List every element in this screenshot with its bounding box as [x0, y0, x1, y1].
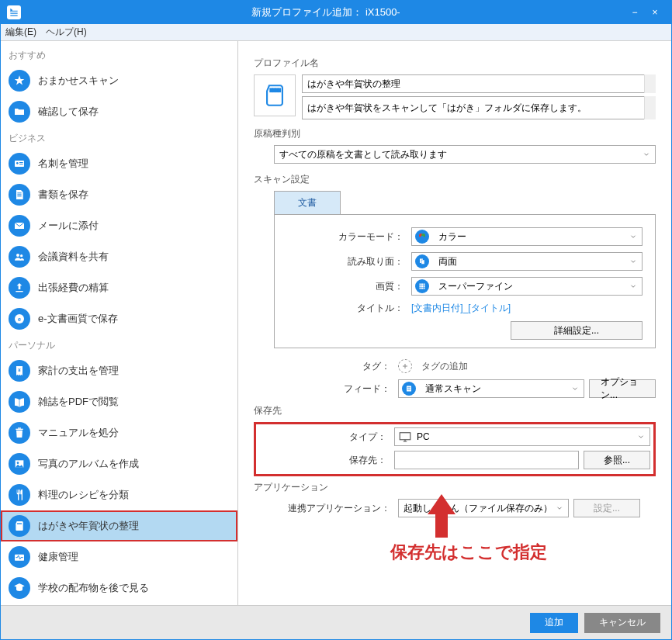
side-dropdown[interactable]: 両面 — [411, 252, 643, 271]
graduation-icon — [9, 577, 30, 599]
annotation-text: 保存先はここで指定 — [390, 541, 547, 564]
save-type-dropdown[interactable]: PC — [394, 427, 650, 446]
svg-rect-3 — [19, 164, 23, 164]
folder-icon — [9, 101, 30, 123]
sidebar-item-photo[interactable]: 写真のアルバムを作成 — [1, 448, 237, 479]
titlebar: 新規プロファイル追加： iX1500- − × — [1, 1, 671, 24]
sidebar-item-label: 会議資料を共有 — [38, 250, 109, 264]
app-logo-icon — [7, 5, 21, 19]
sidebar-item-manual[interactable]: マニュアルを処分 — [1, 417, 237, 448]
chevron-down-icon — [629, 282, 637, 290]
close-button[interactable]: × — [645, 1, 665, 24]
svg-rect-36 — [424, 285, 425, 287]
sidebar-item-label: 写真のアルバムを作成 — [38, 457, 139, 471]
feed-dropdown[interactable]: 通常スキャン — [398, 379, 584, 398]
sidebar-item-label: マニュアルを処分 — [38, 426, 119, 440]
svg-rect-4 — [17, 192, 21, 193]
chevron-down-icon — [571, 385, 579, 393]
sidebar-item-magazine[interactable]: 雑誌をPDFで閲覧 — [1, 386, 237, 417]
doctype-dropdown[interactable]: すべての原稿を文書として読み取ります — [274, 145, 656, 164]
sidebar-item-label: 出張経費の精算 — [38, 281, 109, 295]
svg-rect-18 — [17, 523, 18, 524]
add-button[interactable]: 追加 — [530, 613, 578, 633]
sidebar-item-meeting[interactable]: 会議資料を共有 — [1, 241, 237, 272]
id-card-icon — [9, 153, 30, 175]
save-path-input[interactable] — [394, 451, 579, 469]
sidebar-item-label: e-文書画質で保存 — [38, 312, 118, 326]
chevron-down-icon — [637, 433, 645, 441]
book-open-icon — [9, 391, 30, 413]
category-business: ビジネス — [1, 127, 237, 148]
side-label: 読み取り面： — [287, 255, 411, 268]
sidebar-item-edoc[interactable]: e e-文書画質で保存 — [1, 303, 237, 334]
color-mode-label: カラーモード： — [287, 230, 411, 244]
cancel-button[interactable]: キャンセル — [584, 613, 660, 633]
sidebar-item-household[interactable]: ¥ 家計の支出を管理 — [1, 355, 237, 386]
svg-point-28 — [421, 236, 424, 240]
mail-icon — [9, 215, 30, 237]
quality-dropdown[interactable]: スーパーファイン — [411, 277, 643, 296]
sidebar-item-health[interactable]: 健康管理 — [1, 541, 237, 573]
save-section-label: 保存先 — [254, 404, 656, 417]
profile-sidebar: おすすめ おまかせスキャン 確認して保存 ビジネス 名刺を管理 書類を保存 メー… — [1, 41, 238, 605]
svg-rect-37 — [420, 288, 421, 289]
star-icon — [9, 70, 30, 92]
sidebar-item-omakase[interactable]: おまかせスキャン — [1, 65, 237, 96]
color-mode-dropdown[interactable]: カラー — [411, 227, 643, 246]
sidebar-item-postcard[interactable]: はがきや年賀状の整理 — [1, 510, 237, 541]
doctype-value: すべての原稿を文書として読み取ります — [279, 148, 447, 161]
sidebar-item-recipe[interactable]: 料理のレシピを分類 — [1, 479, 237, 510]
detail-settings-button[interactable]: 詳細設定... — [511, 321, 643, 340]
chevron-down-icon — [556, 504, 563, 512]
sidebar-item-label: 学校の配布物を後で見る — [38, 581, 149, 595]
svg-point-7 — [16, 254, 19, 257]
sidebar-item-card[interactable]: 名刺を管理 — [1, 148, 237, 179]
title-link[interactable]: [文書内日付]_[タイトル] — [411, 303, 511, 313]
plus-icon — [398, 359, 412, 373]
svg-rect-6 — [17, 195, 21, 196]
svg-rect-14 — [16, 429, 23, 430]
svg-rect-39 — [424, 288, 425, 289]
svg-rect-24 — [275, 89, 277, 92]
profile-name-label: プロファイル名 — [254, 57, 656, 70]
profile-icon-selector[interactable] — [254, 74, 296, 116]
save-highlight-box: タイプ： PC 保存先： 参照... — [254, 422, 656, 476]
svg-rect-5 — [17, 194, 21, 195]
svg-point-17 — [17, 462, 19, 464]
receipt-icon: ¥ — [9, 360, 30, 382]
sidebar-item-label: 家計の支出を管理 — [38, 364, 119, 378]
sidebar-item-label: はがきや年賀状の整理 — [38, 519, 139, 533]
sidebar-item-mail[interactable]: メールに添付 — [1, 210, 237, 241]
svg-rect-38 — [421, 288, 423, 289]
option-button[interactable]: オプション... — [589, 379, 656, 398]
scan-settings-label: スキャン設定 — [254, 173, 656, 186]
chevron-down-icon — [629, 233, 637, 240]
browse-button[interactable]: 参照... — [584, 451, 650, 469]
category-personal: パーソナル — [1, 334, 237, 355]
title-label: タイトル： — [287, 302, 411, 315]
sidebar-item-confirm-save[interactable]: 確認して保存 — [1, 96, 237, 127]
profile-name-input[interactable] — [302, 74, 656, 93]
tab-document[interactable]: 文書 — [274, 191, 341, 215]
e-doc-icon: e — [9, 308, 30, 330]
menu-edit[interactable]: 編集(E) — [5, 26, 36, 39]
svg-rect-20 — [20, 523, 21, 524]
sidebar-item-school[interactable]: 学校の配布物を後で見る — [1, 573, 237, 604]
app-dropdown[interactable]: 起動しません（ファイル保存のみ） — [398, 499, 569, 517]
svg-rect-41 — [400, 433, 410, 440]
sidebar-item-label: メールに添付 — [38, 219, 99, 233]
trash-icon — [9, 422, 30, 444]
sidebar-item-label: 健康管理 — [38, 550, 78, 564]
chevron-down-icon — [629, 258, 637, 265]
svg-rect-33 — [424, 284, 425, 285]
color-icon — [415, 230, 429, 244]
sidebar-item-expense[interactable]: 出張経費の精算 — [1, 272, 237, 303]
menu-help[interactable]: ヘルプ(H) — [46, 26, 87, 39]
sidebar-item-label: 確認して保存 — [38, 105, 99, 119]
category-recommended: おすすめ — [1, 44, 237, 65]
app-label: 連携アプリケーション： — [254, 502, 398, 515]
minimize-button[interactable]: − — [625, 1, 645, 24]
profile-desc-input[interactable] — [302, 96, 656, 119]
sidebar-item-documents[interactable]: 書類を保存 — [1, 179, 237, 210]
tag-add-link[interactable]: タグの追加 — [421, 360, 468, 373]
